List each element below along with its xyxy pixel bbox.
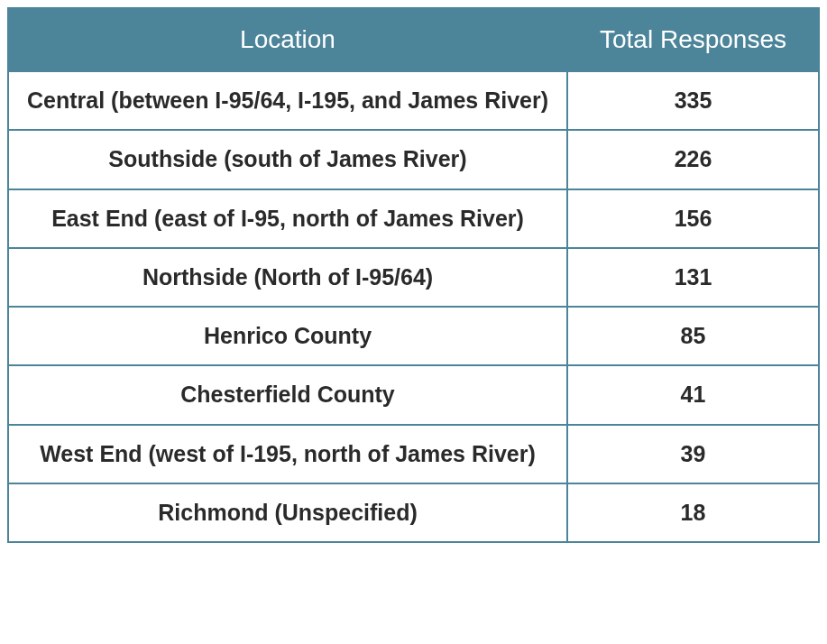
- table-row: Richmond (Unspecified) 18: [8, 483, 819, 542]
- table-row: Chesterfield County 41: [8, 365, 819, 424]
- header-responses: Total Responses: [567, 8, 819, 71]
- table-row: Southside (south of James River) 226: [8, 130, 819, 189]
- responses-cell: 335: [567, 71, 819, 130]
- responses-cell: 18: [567, 483, 819, 542]
- location-cell: Richmond (Unspecified): [8, 483, 567, 542]
- responses-cell: 85: [567, 307, 819, 365]
- location-cell: Southside (south of James River): [8, 130, 567, 189]
- header-row: Location Total Responses: [8, 8, 819, 71]
- table-row: West End (west of I-195, north of James …: [8, 425, 819, 483]
- header-location: Location: [8, 8, 567, 71]
- responses-cell: 41: [567, 365, 819, 424]
- location-cell: Henrico County: [8, 307, 567, 365]
- location-cell: East End (east of I-95, north of James R…: [8, 189, 567, 248]
- responses-cell: 39: [567, 425, 819, 483]
- table-row: Henrico County 85: [8, 307, 819, 365]
- location-cell: Central (between I-95/64, I-195, and Jam…: [8, 71, 567, 130]
- responses-cell: 156: [567, 189, 819, 248]
- table-row: East End (east of I-95, north of James R…: [8, 189, 819, 248]
- location-cell: Chesterfield County: [8, 365, 567, 424]
- responses-cell: 226: [567, 130, 819, 189]
- responses-cell: 131: [567, 248, 819, 307]
- location-cell: Northside (North of I-95/64): [8, 248, 567, 307]
- table-row: Northside (North of I-95/64) 131: [8, 248, 819, 307]
- location-cell: West End (west of I-195, north of James …: [8, 425, 567, 483]
- responses-table: Location Total Responses Central (betwee…: [7, 7, 820, 543]
- table-row: Central (between I-95/64, I-195, and Jam…: [8, 71, 819, 130]
